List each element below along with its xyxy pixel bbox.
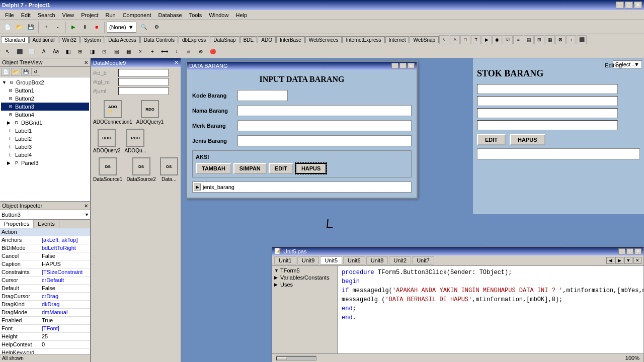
- inspector-row-bidimode[interactable]: BiDiMode bdLeftToRight: [0, 244, 90, 252]
- unit5-maximize[interactable]: □: [626, 248, 633, 254]
- palette-icon-10[interactable]: ▦: [545, 35, 555, 44]
- palette-icon-7[interactable]: ≡: [513, 35, 523, 44]
- palette-icon-13[interactable]: ⬛: [577, 35, 587, 44]
- tree-item-button2[interactable]: B Button2: [1, 95, 89, 103]
- dm-datasource2[interactable]: DS DataSource2: [126, 157, 155, 182]
- palette-icon-2[interactable]: □: [460, 35, 470, 44]
- inspector-dropdown[interactable]: Button3 ▼: [0, 210, 90, 220]
- tree-tb-new[interactable]: 📄: [1, 68, 10, 76]
- treeview-close[interactable]: ✕: [84, 60, 88, 65]
- edit-button[interactable]: EDIT: [269, 163, 293, 174]
- stop-button[interactable]: ■: [91, 22, 102, 33]
- palette-icon-3[interactable]: T: [471, 35, 481, 44]
- palette-icon-8[interactable]: ▤: [524, 35, 534, 44]
- settings-button[interactable]: ⚙: [151, 22, 163, 33]
- remove-file-button[interactable]: -: [52, 22, 63, 33]
- maximize-button[interactable]: □: [625, 2, 633, 9]
- palette-icon-5[interactable]: ◉: [492, 35, 502, 44]
- unit5-tab-unit7[interactable]: Unit7: [412, 256, 434, 264]
- tree-item-button3[interactable]: B Button3: [1, 103, 89, 111]
- merk-barang-input[interactable]: [237, 120, 412, 131]
- dm-datasource1[interactable]: DS DataSource1: [93, 157, 122, 182]
- tree-content[interactable]: ▼ G GroupBox2 B Button1 B Button2 B Butt…: [0, 77, 90, 201]
- tambah-button[interactable]: TAMBAH: [196, 163, 231, 174]
- insp-value-bidimode[interactable]: bdLeftToRight: [40, 244, 90, 252]
- unit5-tab-unit8[interactable]: Unit8: [366, 256, 388, 264]
- palette-tab-websnap[interactable]: WebSnap: [410, 36, 439, 43]
- nama-barang-input[interactable]: [237, 105, 412, 116]
- dm-adoquery3[interactable]: RDO ADOQu...: [124, 129, 146, 153]
- inspector-row-anchors[interactable]: Anchors [akLeft, akTop]: [0, 236, 90, 244]
- add-file-button[interactable]: +: [41, 22, 52, 33]
- insp-value-height[interactable]: 25: [40, 333, 90, 340]
- unit5-tab-unit2[interactable]: Unit2: [389, 256, 411, 264]
- inspector-row-constraints[interactable]: Constraints [TSizeConstraint: [0, 268, 90, 277]
- palette-tab-additional[interactable]: Additional: [29, 36, 58, 43]
- tb2-align13[interactable]: 🔴: [207, 46, 218, 57]
- palette-icon-pointer[interactable]: ↖: [439, 35, 449, 44]
- stok-edit-button[interactable]: EDIT: [477, 134, 506, 145]
- inspector-row-dragkind[interactable]: DragKind dkDrag: [0, 301, 90, 309]
- inspector-row-helpkeyword[interactable]: HelpKeyword: [0, 349, 90, 354]
- close-button[interactable]: ✕: [634, 2, 642, 9]
- stok-input-1[interactable]: [477, 84, 618, 94]
- stok-hapus-button[interactable]: HAPUS: [510, 134, 545, 145]
- menu-view[interactable]: View: [59, 12, 77, 19]
- palette-icon-12[interactable]: ↕: [566, 35, 576, 44]
- unit5-tab-unit5[interactable]: Unit5: [320, 256, 342, 264]
- stok-input-4[interactable]: [477, 120, 618, 130]
- unit5-hscroll[interactable]: [276, 355, 316, 361]
- menu-tools[interactable]: Tools: [186, 12, 205, 19]
- menu-project[interactable]: Project: [78, 12, 101, 19]
- inspector-row-dragcursor[interactable]: DragCursor crDrag: [0, 293, 90, 301]
- new-button[interactable]: 📄: [2, 22, 13, 33]
- insp-value-dragcursor[interactable]: crDrag: [40, 293, 90, 300]
- tb2-btn5[interactable]: Aa: [50, 46, 61, 57]
- palette-tab-standard[interactable]: Standard: [1, 36, 29, 43]
- sidebar-expander-vars[interactable]: ▶: [274, 275, 280, 280]
- palette-tab-dbexpress[interactable]: dbExpress: [179, 36, 209, 43]
- insp-value-action[interactable]: [40, 228, 90, 236]
- dw-grid-arrow[interactable]: ▶: [194, 184, 201, 191]
- tree-item-label1[interactable]: L Label1: [1, 127, 89, 135]
- unit5-close[interactable]: ✕: [634, 248, 641, 254]
- tb2-btn1[interactable]: ↖: [2, 46, 13, 57]
- palette-tab-webservices[interactable]: WebServices: [305, 36, 342, 43]
- save-button[interactable]: 💾: [25, 22, 36, 33]
- tb2-align7[interactable]: ×: [135, 46, 146, 57]
- unit5-nav-left[interactable]: ◀: [606, 257, 614, 264]
- inspector-row-cursor[interactable]: Cursor crDefault: [0, 277, 90, 285]
- palette-icon-11[interactable]: ⊠: [555, 35, 566, 44]
- menu-window[interactable]: Window: [206, 12, 231, 19]
- unit5-tab-unit6[interactable]: Unit6: [343, 256, 365, 264]
- tree-item-groupbox2[interactable]: ▼ G GroupBox2: [1, 78, 89, 86]
- menu-run[interactable]: Run: [102, 12, 118, 19]
- tree-tb-open[interactable]: 📂: [11, 68, 20, 76]
- palette-tab-ado[interactable]: ADO: [258, 36, 276, 43]
- datamodule-close[interactable]: ✕: [174, 59, 179, 66]
- tree-item-button1[interactable]: B Button1: [1, 86, 89, 95]
- insp-value-dragkind[interactable]: dkDrag: [40, 301, 90, 308]
- menu-database[interactable]: Database: [155, 12, 185, 19]
- insp-value-enabled[interactable]: True: [40, 317, 90, 324]
- tb2-align3[interactable]: ◨: [87, 46, 98, 57]
- open-button[interactable]: 📂: [14, 22, 25, 33]
- tb2-btn2[interactable]: ⬛: [14, 46, 25, 57]
- sidebar-expander-uses[interactable]: ▶: [274, 282, 280, 287]
- dm-datasource3[interactable]: DS Data...: [160, 157, 178, 182]
- unit5-hscroll-track[interactable]: [276, 356, 316, 360]
- insp-value-helpcontext[interactable]: 0: [40, 341, 90, 348]
- tb2-align6[interactable]: ▦: [123, 46, 134, 57]
- menu-file[interactable]: File: [2, 12, 17, 19]
- dm-adoquery2[interactable]: RDO ADOQuery2: [93, 129, 120, 153]
- tb2-align2[interactable]: ⊞: [74, 46, 86, 57]
- unit5-nav-down[interactable]: ▼: [624, 257, 632, 264]
- prop-tgl-input[interactable]: [118, 78, 169, 86]
- palette-tab-datasnap[interactable]: DataSnap: [210, 36, 239, 43]
- insp-value-dragmode[interactable]: dmManual: [40, 309, 90, 316]
- palette-icon-6[interactable]: ☑: [503, 35, 513, 44]
- unit5-nav-right[interactable]: ▶: [615, 257, 623, 264]
- tb2-align8[interactable]: +: [147, 46, 158, 57]
- inspector-row-caption[interactable]: Caption HAPUS: [0, 260, 90, 268]
- unit5-tab-unit9[interactable]: Unit9: [297, 256, 319, 264]
